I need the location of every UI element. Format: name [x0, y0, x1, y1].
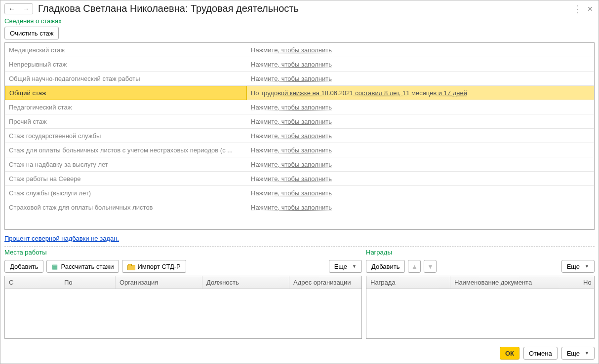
close-button[interactable]: ✕	[586, 4, 595, 13]
stazh-fill-link[interactable]: Нажмите, чтобы заполнить	[251, 118, 332, 125]
arrow-down-icon: ▼	[427, 263, 434, 270]
workplaces-import-label: Импорт СТД-Р	[137, 263, 180, 270]
stazh-value-cell[interactable]: По трудовой книжке на 18.06.2021 состави…	[247, 89, 594, 97]
col-award[interactable]: Награда	[366, 276, 450, 289]
stazh-row[interactable]: Педагогический стажНажмите, чтобы заполн…	[5, 100, 594, 114]
stazh-name-cell: Стаж на надбавку за выслугу лет	[5, 161, 247, 168]
stazh-fill-link[interactable]: Нажмите, чтобы заполнить	[251, 75, 332, 82]
stazh-toolbar: Очистить стаж	[4, 27, 595, 39]
arrow-left-icon: ←	[8, 5, 15, 12]
stazh-fill-link[interactable]: Нажмите, чтобы заполнить	[251, 175, 332, 182]
arrow-up-icon: ▲	[411, 263, 418, 270]
awards-move-up-button[interactable]: ▲	[408, 260, 421, 273]
stazh-fill-link[interactable]: Нажмите, чтобы заполнить	[251, 161, 332, 168]
north-allowance-link[interactable]: Процент северной надбавки не задан.	[4, 235, 595, 242]
workplaces-grid-body[interactable]	[5, 289, 361, 338]
col-from[interactable]: С	[5, 276, 60, 289]
stazh-value-cell[interactable]: Нажмите, чтобы заполнить	[247, 189, 594, 197]
stazh-row[interactable]: Стаж службы (выслуги лет)Нажмите, чтобы …	[5, 186, 594, 200]
nav-forward-button[interactable]: →	[19, 4, 33, 14]
col-doc[interactable]: Наименование документа	[450, 276, 579, 289]
stazh-fill-link[interactable]: Нажмите, чтобы заполнить	[251, 204, 332, 211]
workplaces-panel: Места работы Добавить ▤ Рассчитать стажи…	[4, 248, 362, 339]
workplaces-calc-button[interactable]: ▤ Рассчитать стажи	[46, 260, 119, 273]
stazh-row[interactable]: Прочий стажНажмите, чтобы заполнить	[5, 114, 594, 129]
ok-button[interactable]: ОК	[500, 347, 519, 360]
footer-more-button[interactable]: Еще ▼	[561, 347, 595, 360]
footer: ОК Отмена Еще ▼	[0, 343, 599, 364]
stazh-name-cell: Стаж государственной службы	[5, 132, 247, 140]
stazh-fill-link[interactable]: Нажмите, чтобы заполнить	[251, 46, 332, 54]
stazh-row[interactable]: Непрерывный стажНажмите, чтобы заполнить	[5, 57, 594, 72]
stazh-table: Медицинский стажНажмите, чтобы заполнить…	[4, 42, 595, 230]
stazh-value-cell[interactable]: Нажмите, чтобы заполнить	[247, 75, 594, 82]
stazh-fill-link[interactable]: Нажмите, чтобы заполнить	[251, 189, 332, 197]
kebab-menu-button[interactable]	[573, 4, 582, 13]
clear-stazh-button[interactable]: Очистить стаж	[4, 27, 59, 39]
nav-buttons: ← →	[4, 3, 33, 14]
workplaces-grid-header: С По Организация Должность Адрес организ…	[5, 276, 361, 289]
list-icon: ▤	[52, 263, 58, 270]
awards-more-button[interactable]: Еще ▼	[561, 260, 595, 273]
workplaces-more-button[interactable]: Еще ▼	[329, 260, 362, 273]
stazh-value-cell[interactable]: Нажмите, чтобы заполнить	[247, 175, 594, 182]
cancel-button[interactable]: Отмена	[523, 347, 558, 360]
col-num[interactable]: Но	[579, 276, 594, 289]
workplaces-toolbar: Добавить ▤ Рассчитать стажи Импорт СТД-Р…	[4, 260, 362, 273]
stazh-fill-link[interactable]: По трудовой книжке на 18.06.2021 состави…	[251, 89, 467, 97]
col-to[interactable]: По	[60, 276, 116, 289]
awards-add-button[interactable]: Добавить	[366, 260, 405, 273]
stazh-name-cell: Стаж службы (выслуги лет)	[5, 189, 247, 197]
awards-panel: Награды Добавить ▲ ▼ Еще ▼ Награда Наиме…	[366, 248, 595, 339]
stazh-value-cell[interactable]: Нажмите, чтобы заполнить	[247, 132, 594, 140]
stazh-fill-link[interactable]: Нажмите, чтобы заполнить	[251, 146, 332, 154]
awards-move-down-button[interactable]: ▼	[424, 260, 437, 273]
workplaces-more-label: Еще	[334, 263, 347, 270]
stazh-value-cell[interactable]: Нажмите, чтобы заполнить	[247, 61, 594, 68]
stazh-value-cell[interactable]: Нажмите, чтобы заполнить	[247, 146, 594, 154]
stazh-value-cell[interactable]: Нажмите, чтобы заполнить	[247, 118, 594, 125]
awards-grid[interactable]: Награда Наименование документа Но	[366, 276, 595, 339]
chevron-down-icon: ▼	[585, 264, 589, 269]
stazh-fill-link[interactable]: Нажмите, чтобы заполнить	[251, 61, 332, 68]
stazh-row[interactable]: Стаж для оплаты больничных листов с учет…	[5, 143, 594, 157]
stazh-section-label: Сведения о стажах	[4, 17, 595, 25]
col-org[interactable]: Организация	[116, 276, 202, 289]
workplaces-import-button[interactable]: Импорт СТД-Р	[122, 260, 186, 273]
titlebar: ← → Гладкова Светлана Николаевна: Трудов…	[0, 0, 599, 16]
stazh-name-cell: Общий стаж	[5, 86, 247, 100]
kebab-icon	[577, 3, 578, 14]
col-pos[interactable]: Должность	[202, 276, 289, 289]
workplaces-label: Места работы	[4, 249, 362, 256]
stazh-name-cell: Страховой стаж для оплаты больничных лис…	[5, 204, 247, 211]
stazh-name-cell: Стаж для оплаты больничных листов с учет…	[5, 146, 247, 154]
workplaces-add-button[interactable]: Добавить	[4, 260, 43, 273]
workplaces-grid[interactable]: С По Организация Должность Адрес организ…	[4, 276, 362, 339]
stazh-value-cell[interactable]: Нажмите, чтобы заполнить	[247, 46, 594, 54]
stazh-row[interactable]: Общий стажПо трудовой книжке на 18.06.20…	[5, 86, 594, 100]
footer-more-label: Еще	[567, 350, 580, 357]
stazh-name-cell: Педагогический стаж	[5, 104, 247, 111]
window-title: Гладкова Светлана Николаевна: Трудовая д…	[38, 3, 299, 14]
stazh-value-cell[interactable]: Нажмите, чтобы заполнить	[247, 161, 594, 168]
stazh-row[interactable]: Общий научно-педагогический стаж работыН…	[5, 72, 594, 86]
content: Сведения о стажах Очистить стаж Медицинс…	[0, 16, 599, 343]
folder-icon	[127, 264, 134, 269]
chevron-down-icon: ▼	[352, 264, 357, 269]
awards-grid-body[interactable]	[366, 289, 594, 338]
stazh-row[interactable]: Стаж работы на СевереНажмите, чтобы запо…	[5, 172, 594, 186]
stazh-row[interactable]: Медицинский стажНажмите, чтобы заполнить	[5, 43, 594, 57]
stazh-value-cell[interactable]: Нажмите, чтобы заполнить	[247, 204, 594, 211]
stazh-fill-link[interactable]: Нажмите, чтобы заполнить	[251, 104, 332, 111]
col-addr[interactable]: Адрес организации	[289, 276, 361, 289]
employee-work-activity-window: ← → Гладкова Светлана Николаевна: Трудов…	[0, 0, 599, 364]
stazh-name-cell: Прочий стаж	[5, 118, 247, 125]
stazh-row[interactable]: Стаж на надбавку за выслугу летНажмите, …	[5, 157, 594, 172]
nav-back-button[interactable]: ←	[5, 4, 19, 14]
stazh-row[interactable]: Стаж государственной службыНажмите, чтоб…	[5, 129, 594, 143]
stazh-row[interactable]: Страховой стаж для оплаты больничных лис…	[5, 200, 594, 215]
stazh-fill-link[interactable]: Нажмите, чтобы заполнить	[251, 132, 332, 140]
close-icon: ✕	[587, 5, 593, 13]
stazh-name-cell: Стаж работы на Севере	[5, 175, 247, 182]
stazh-value-cell[interactable]: Нажмите, чтобы заполнить	[247, 104, 594, 111]
